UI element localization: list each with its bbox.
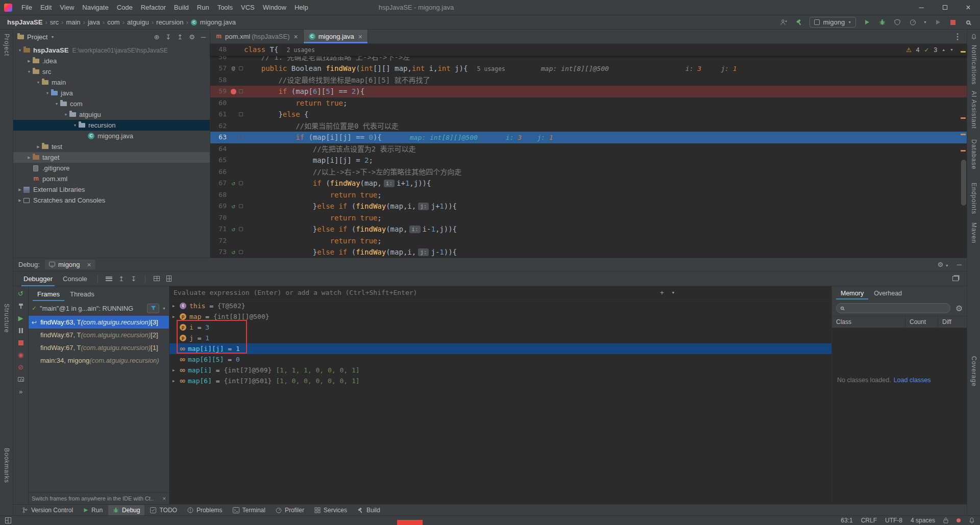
code-line-59[interactable]: 59 if (map[6][5] == 2){: [210, 86, 967, 97]
stop-icon[interactable]: [16, 338, 26, 347]
tree-item-main[interactable]: ▼main: [13, 77, 210, 88]
menu-help[interactable]: Help: [290, 0, 312, 15]
memory-search-input[interactable]: [836, 303, 950, 313]
build-icon[interactable]: [16, 302, 26, 310]
toolbar-problems[interactable]: Problems: [183, 505, 227, 515]
tree-item-pom-xml[interactable]: mpom.xml: [13, 173, 210, 184]
stripe-endpoints[interactable]: Endpoints: [967, 183, 980, 214]
variable-row-map6[interactable]: ▶oomap[6] = {int[7]@501} [1, 0, 0, 0, 0,…: [169, 376, 831, 386]
caret-icon[interactable]: ▼: [53, 102, 60, 106]
caret-icon[interactable]: ▶: [173, 379, 180, 383]
code-line-61[interactable]: 61 }else {: [210, 109, 967, 120]
code-line-58[interactable]: 58 //设定最终找到坐标是map[6][5] 就不再找了: [210, 74, 967, 86]
code-line-72[interactable]: 72 return true;: [210, 235, 967, 247]
close-icon[interactable]: ×: [358, 33, 362, 40]
build-hammer-icon[interactable]: [794, 18, 803, 27]
coverage-button[interactable]: [893, 18, 902, 27]
tree-item--gitignore[interactable]: .gitignore: [13, 163, 210, 173]
collapse-panel-icon[interactable]: ↥: [115, 273, 128, 284]
tree-item-src[interactable]: ▼src: [13, 66, 210, 77]
frame-row[interactable]: main:34, migong (com.atguigu.recursion): [29, 354, 169, 367]
stripe-ai-assistant[interactable]: AI Assistant: [967, 91, 980, 129]
code-line-65[interactable]: 65 map[i][j] = 2;: [210, 155, 967, 166]
code-line-68[interactable]: 68 return true;: [210, 189, 967, 201]
ide-error-indicator-icon[interactable]: [957, 518, 961, 522]
code-line-67[interactable]: 67↺ if (findWay(map,i:i+1,j)){: [210, 178, 967, 189]
column-header-count[interactable]: Count: [905, 316, 938, 328]
hide-panel-icon[interactable]: ─: [201, 33, 206, 41]
menu-file[interactable]: File: [17, 0, 36, 15]
toolbar-services[interactable]: Services: [310, 505, 352, 515]
menu-run[interactable]: Run: [193, 0, 213, 15]
add-watch-icon[interactable]: +: [660, 289, 664, 296]
load-classes-link[interactable]: Load classes: [894, 377, 931, 384]
menu-vcs[interactable]: VCS: [237, 0, 259, 15]
menu-edit[interactable]: Edit: [36, 0, 56, 15]
more-run-actions-icon[interactable]: ▼: [923, 20, 927, 24]
tool-window-switcher-icon[interactable]: [5, 517, 11, 523]
caret-icon[interactable]: ▼: [35, 81, 42, 84]
editor-tab-migong-java[interactable]: Cmigong.java×: [304, 30, 368, 43]
toolbar-debug[interactable]: Debug: [108, 505, 144, 515]
fold-icon[interactable]: [238, 66, 244, 70]
code-line-70[interactable]: 70 return true;: [210, 212, 967, 224]
run-button[interactable]: [862, 18, 871, 27]
evaluate-expression-bar[interactable]: Evaluate expression (Enter) or add a wat…: [169, 286, 831, 299]
caret-icon[interactable]: ▼: [16, 48, 23, 52]
variable-row-i[interactable]: pi = 3: [169, 322, 831, 333]
menu-window[interactable]: Window: [259, 0, 290, 15]
minimize-button[interactable]: ─: [910, 0, 933, 15]
debug-button[interactable]: [877, 18, 887, 27]
maximize-button[interactable]: [933, 0, 957, 15]
tree-item-atguigu[interactable]: ▼atguigu: [13, 109, 210, 120]
breadcrumb-item[interactable]: java: [88, 18, 100, 26]
toolbar-profiler[interactable]: Profiler: [271, 505, 309, 515]
caret-icon[interactable]: ▼: [44, 91, 51, 95]
collapse-all-icon[interactable]: ↥: [177, 33, 183, 41]
hide-library-frames-button[interactable]: [147, 304, 159, 313]
toolbar-todo[interactable]: TODO: [145, 505, 181, 515]
stripe-database[interactable]: Database: [967, 139, 980, 169]
caret-icon[interactable]: ▼: [62, 113, 69, 116]
code-line-64[interactable]: 64 //先把该点设置为2 表示可以走: [210, 143, 967, 155]
error-stripe-mark[interactable]: [961, 117, 966, 119]
toolbar-terminal[interactable]: Terminal: [228, 505, 270, 515]
inspections-widget[interactable]: ⚠ 4 ✓ 3 ▲ ▼: [906, 44, 953, 56]
breadcrumb-item[interactable]: hspJavaSE: [7, 18, 42, 26]
user-plus-icon[interactable]: [779, 18, 788, 27]
column-header-class[interactable]: Class: [832, 316, 905, 328]
tab-console[interactable]: Console: [58, 271, 92, 286]
project-view-chevron-icon[interactable]: ▼: [51, 35, 54, 39]
prev-problem-icon[interactable]: ▲: [942, 48, 945, 52]
stripe-structure[interactable]: Structure: [0, 304, 13, 333]
tab-frames[interactable]: Frames: [33, 287, 64, 301]
error-stripe-mark[interactable]: [961, 134, 966, 135]
status-crlf[interactable]: CRLF: [861, 517, 877, 524]
stripe-coverage[interactable]: Coverage: [967, 356, 980, 387]
expand-panel-icon[interactable]: ↧: [128, 273, 140, 284]
code-editor[interactable]: 57@ public Boolean findWay(int[][] map,i…: [210, 63, 967, 258]
stripe-notifications[interactable]: Notifications: [967, 45, 980, 85]
fold-icon[interactable]: [238, 227, 244, 231]
menu-code[interactable]: Code: [113, 0, 137, 15]
tree-item-migong-java[interactable]: Cmigong.java: [13, 131, 210, 141]
fold-icon[interactable]: [238, 181, 244, 185]
hide-panel-icon[interactable]: ─: [957, 261, 962, 268]
caret-icon[interactable]: ▼: [71, 123, 79, 127]
caret-icon[interactable]: ▼: [26, 70, 33, 73]
editor-scrollbar[interactable]: [961, 160, 966, 206]
code-line-63[interactable]: 63 if (map[i][j] == 0){map: int[8][]@500…: [210, 132, 967, 143]
code-line-57[interactable]: 57@ public Boolean findWay(int[][] map,i…: [210, 63, 967, 74]
layout-menu-icon[interactable]: [103, 273, 115, 284]
frame-row[interactable]: findWay:67, T (com.atguigu.recursion) [1…: [29, 341, 169, 354]
variable-row-this[interactable]: ▶tthis = {T@502}: [169, 301, 831, 311]
expand-all-icon[interactable]: ↧: [165, 33, 171, 41]
tree-item-java[interactable]: ▼java: [13, 88, 210, 98]
tab-memory[interactable]: Memory: [836, 287, 868, 299]
resume-icon[interactable]: ▶: [16, 314, 26, 322]
fold-icon[interactable]: [238, 204, 244, 208]
memory-settings-icon[interactable]: ⚙: [955, 304, 963, 313]
next-problem-icon[interactable]: ▼: [950, 48, 953, 52]
fold-icon[interactable]: [238, 89, 244, 93]
caret-icon[interactable]: ▶: [16, 198, 23, 203]
